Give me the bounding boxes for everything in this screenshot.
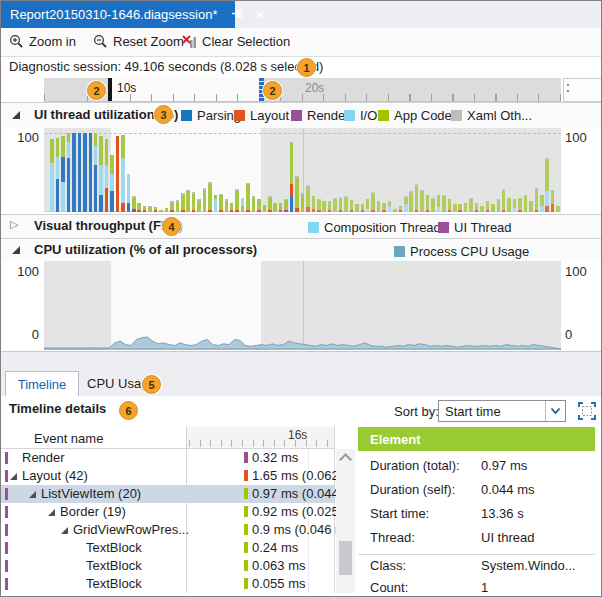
bar-segment: [241, 198, 245, 206]
bar-segment: [453, 204, 457, 212]
panel-row: Duration (self):0.044 ms: [358, 482, 595, 502]
ui-thread-section-header[interactable]: UI thread utilization (%) ParsingLayoutR…: [1, 102, 601, 128]
scroll-up-icon[interactable]: [339, 453, 352, 466]
bar-segment: [143, 210, 147, 212]
event-duration: 0.063 ms: [252, 557, 305, 575]
bar-segment: [78, 133, 82, 212]
event-row[interactable]: Render0.32 ms: [1, 449, 335, 467]
event-name: Layout (42): [22, 467, 88, 485]
visual-throughput-section-header[interactable]: ▷ Visual throughput (FPS) Composition Th…: [1, 214, 601, 238]
legend-swatch: [438, 222, 449, 233]
callout-badge: 5: [142, 375, 161, 394]
row-category-marker: [5, 506, 8, 518]
ui-thread-plot[interactable]: [44, 128, 561, 212]
bar-segment: [208, 210, 212, 212]
bar-segment: [273, 203, 277, 212]
cpu-section-header[interactable]: CPU utilization (% of all processors) Pr…: [1, 238, 601, 262]
bar-segment: [295, 178, 299, 208]
bar-segment: [404, 204, 408, 212]
legend-swatch: [308, 222, 319, 233]
expand-triangle-icon[interactable]: ▷: [10, 218, 18, 231]
tree-expander-icon[interactable]: [61, 527, 68, 534]
bar-segment: [56, 138, 60, 157]
bar-segment: [540, 206, 544, 212]
bar-segment: [127, 203, 131, 212]
row-category-marker: [5, 470, 8, 482]
clear-selection-button[interactable]: Clear Selection: [182, 28, 290, 55]
tree-expander-icon[interactable]: [10, 473, 17, 480]
event-row[interactable]: TextBlock0.24 ms: [1, 539, 335, 557]
sort-by-value: Start time: [445, 404, 545, 419]
legend-swatch: [451, 110, 462, 121]
panel-row-value: System.Windo...: [481, 558, 576, 573]
document-tab[interactable]: Report20150310-1646.diagsession* ✕: [1, 1, 235, 28]
bar-segment: [61, 182, 65, 212]
vertical-scrollbar[interactable]: [336, 449, 355, 593]
selection-start-marker[interactable]: [108, 78, 112, 101]
event-row[interactable]: Layout (42)1.65 ms (0.062: [1, 467, 335, 485]
event-row[interactable]: GridViewRowPres...0.9 ms (0.046 m: [1, 521, 335, 539]
tree-expander-icon[interactable]: [48, 509, 55, 516]
bar-segment: [382, 210, 386, 212]
bar-segment: [219, 195, 223, 209]
zoom-to-selection-button[interactable]: [578, 402, 596, 420]
bar-segment: [322, 201, 326, 212]
time-ruler-track[interactable]: 10s20s: [44, 78, 561, 102]
chevron-down-icon[interactable]: [545, 401, 565, 421]
bar-segment: [203, 188, 207, 190]
tree-expander-icon[interactable]: [29, 491, 36, 498]
bar-segment: [230, 210, 234, 212]
bar-segment: [121, 135, 125, 159]
pin-icon[interactable]: [231, 7, 244, 23]
timeline-details-title: Timeline details: [9, 401, 106, 416]
zoom-in-button[interactable]: Zoom in: [9, 28, 76, 55]
event-duration: 1.65 ms (0.062: [252, 467, 339, 485]
collapse-triangle-icon[interactable]: [12, 246, 20, 254]
duration-chip: [244, 578, 248, 589]
event-row[interactable]: ListViewItem (20)0.97 ms (0.044: [1, 485, 335, 503]
bar-segment: [284, 200, 288, 210]
cpu-plot[interactable]: [44, 261, 561, 350]
event-name: Render: [22, 449, 65, 467]
bar-segment: [545, 206, 549, 212]
sort-by-select[interactable]: Start time: [438, 400, 566, 422]
bar-segment: [132, 198, 136, 209]
bar-segment: [442, 196, 446, 212]
element-panel-title: Element: [370, 432, 421, 447]
bar-segment: [235, 189, 239, 191]
bar-segment: [290, 184, 294, 196]
element-details-panel: Element Duration (total):0.97 msDuration…: [358, 427, 595, 593]
bar-segment: [121, 158, 125, 202]
bar-segment: [279, 210, 283, 212]
bar-segment: [268, 196, 272, 198]
event-duration: 0.32 ms: [252, 449, 298, 467]
event-duration: 0.92 ms (0.025: [252, 503, 339, 521]
bar-segment: [513, 199, 517, 208]
bar-segment: [159, 210, 163, 212]
event-row[interactable]: TextBlock0.063 ms: [1, 557, 335, 575]
collapse-triangle-icon[interactable]: [12, 111, 20, 119]
bar-segment: [545, 160, 549, 192]
bar-segment: [350, 210, 354, 212]
event-row[interactable]: TextBlock0.055 ms: [1, 575, 335, 593]
scrollbar-thumb[interactable]: [339, 541, 352, 575]
bar-segment: [431, 199, 435, 212]
event-row[interactable]: Border (19)0.92 ms (0.025: [1, 503, 335, 521]
pane-splitter[interactable]: [1, 351, 601, 372]
bar-segment: [105, 139, 109, 164]
row-category-marker: [5, 452, 8, 464]
panel-row-value: 0.044 ms: [481, 482, 534, 497]
bar-segment: [551, 190, 555, 204]
reset-zoom-button[interactable]: Reset Zoom: [93, 28, 184, 55]
event-name-column-header[interactable]: Event name: [34, 431, 103, 446]
bar-segment: [56, 157, 60, 179]
duration-chip: [244, 524, 248, 535]
bar-segment: [110, 174, 114, 191]
panel-row-value: 0.97 ms: [481, 458, 527, 473]
toolbar: Zoom in Reset Zoom Clear Selection: [1, 28, 601, 57]
tab-timeline[interactable]: Timeline: [5, 371, 79, 396]
bar-segment: [252, 198, 256, 212]
close-icon[interactable]: ✕: [254, 9, 264, 21]
legend-item: Layout: [234, 108, 289, 123]
bar-segment: [148, 206, 152, 208]
